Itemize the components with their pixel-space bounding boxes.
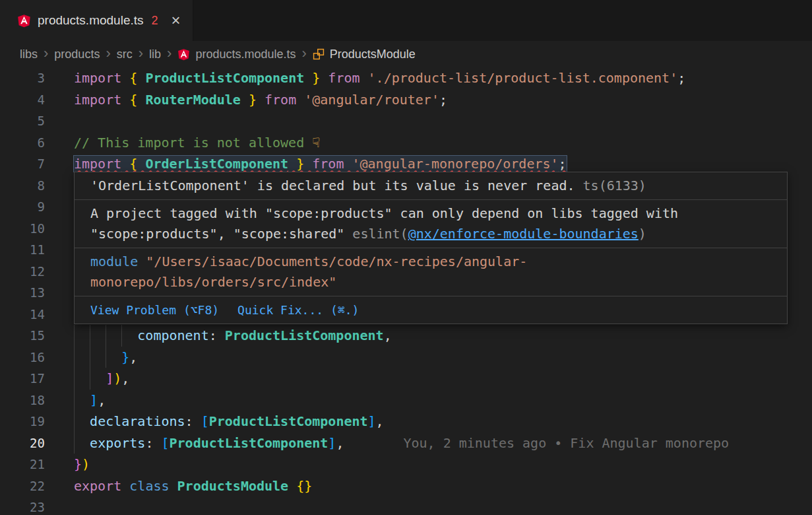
- code-line[interactable]: 20 exports: [ProductListComponent],You, …: [0, 432, 812, 454]
- code-token: from: [265, 92, 296, 108]
- code-line[interactable]: 17 ]),: [0, 368, 812, 390]
- error-squiggle-range[interactable]: import { OrderListComponent } from '@ang…: [74, 156, 567, 172]
- breadcrumb-item-products[interactable]: products: [54, 48, 100, 61]
- code-token: [288, 478, 296, 494]
- code-token: ,: [98, 392, 106, 408]
- indent-guide: [90, 368, 90, 390]
- code-line[interactable]: 16 },: [0, 347, 812, 368]
- code-token: [360, 70, 368, 86]
- line-number[interactable]: 20: [0, 432, 45, 454]
- code-line[interactable]: 15 component: ProductListComponent,: [0, 325, 812, 347]
- indent-guide: [74, 347, 75, 368]
- code-content[interactable]: ],: [45, 390, 812, 411]
- breadcrumb-label: products.module.ts: [195, 48, 296, 61]
- hover-text: ): [639, 226, 646, 242]
- line-number[interactable]: 13: [0, 282, 45, 304]
- code-token: component: [137, 327, 208, 343]
- code-token: ): [82, 456, 90, 472]
- view-problem-action[interactable]: View Problem (⌥F8): [90, 300, 219, 320]
- code-token: }: [296, 156, 304, 172]
- line-number[interactable]: 14: [0, 304, 45, 326]
- indent-guide: [74, 325, 75, 347]
- quick-fix-action[interactable]: Quick Fix... (⌘.): [237, 300, 359, 320]
- code-token: [241, 92, 249, 108]
- line-number[interactable]: 16: [0, 347, 45, 368]
- code-content[interactable]: export class ProductsModule {}: [45, 475, 812, 497]
- code-token: [170, 478, 177, 494]
- line-number[interactable]: 12: [0, 261, 45, 283]
- code-token: ,: [336, 435, 344, 451]
- code-line[interactable]: 4import { RouterModule } from '@angular/…: [0, 89, 812, 111]
- code-line[interactable]: 21}): [0, 454, 812, 475]
- code-line[interactable]: 5: [0, 110, 812, 132]
- code-content[interactable]: [45, 497, 812, 515]
- line-number[interactable]: 18: [0, 390, 45, 411]
- code-token: ]: [368, 413, 376, 429]
- code-token: {: [129, 156, 137, 172]
- code-token: [137, 70, 145, 86]
- indent-guide: [90, 325, 90, 347]
- angular-icon: [17, 14, 31, 28]
- code-content[interactable]: component: ProductListComponent,: [45, 325, 812, 347]
- code-token: ;: [439, 92, 447, 108]
- code-token: ,: [376, 413, 384, 429]
- breadcrumb-item-src[interactable]: src: [117, 48, 133, 61]
- code-token: :: [209, 327, 225, 343]
- code-token: [74, 413, 90, 429]
- line-number[interactable]: 9: [0, 196, 45, 218]
- code-content[interactable]: // This import is not allowed ☟: [45, 132, 812, 154]
- breadcrumb-item-file-products-module[interactable]: products.module.ts: [177, 48, 296, 61]
- line-number[interactable]: 7: [0, 153, 45, 175]
- line-number[interactable]: 15: [0, 325, 45, 347]
- code-token: ProductListComponent: [209, 413, 368, 429]
- line-number[interactable]: 10: [0, 218, 45, 240]
- line-number[interactable]: 3: [0, 67, 45, 89]
- close-icon[interactable]: ×: [172, 13, 181, 28]
- line-number[interactable]: 19: [0, 411, 45, 432]
- breadcrumb-label: products: [54, 48, 100, 61]
- eslint-rule-link[interactable]: @nx/enforce-module-boundaries: [408, 226, 639, 242]
- code-line[interactable]: 19 declarations: [ProductListComponent],: [0, 411, 812, 432]
- breadcrumb-item-symbol-products-module[interactable]: ProductsModule: [313, 48, 416, 61]
- code-content[interactable]: }): [45, 454, 812, 475]
- code-line[interactable]: 18 ],: [0, 390, 812, 411]
- line-number[interactable]: 23: [0, 497, 45, 515]
- tab-products-module[interactable]: products.module.ts 2 ×: [0, 0, 193, 41]
- code-line[interactable]: 23: [0, 497, 812, 515]
- code-content[interactable]: declarations: [ProductListComponent],: [45, 411, 812, 432]
- code-token: [121, 156, 129, 172]
- code-line[interactable]: 22export class ProductsModule {}: [0, 475, 812, 497]
- line-number[interactable]: 8: [0, 175, 45, 197]
- code-token: import: [74, 92, 121, 108]
- line-number[interactable]: 17: [0, 368, 45, 390]
- line-number[interactable]: 4: [0, 89, 45, 111]
- breadcrumb-item-lib[interactable]: lib: [149, 48, 161, 61]
- code-content[interactable]: [45, 110, 812, 132]
- line-number[interactable]: 5: [0, 110, 45, 132]
- code-token: [320, 70, 328, 86]
- code-token: ]: [328, 435, 336, 451]
- hover-text: [138, 254, 146, 269]
- code-content[interactable]: import { RouterModule } from '@angular/r…: [45, 89, 812, 111]
- breadcrumb-item-libs[interactable]: libs: [20, 48, 38, 61]
- breadcrumb: libs›products›src›lib›products.module.ts…: [0, 41, 812, 67]
- hover-sections: 'OrderListComponent' is declared but its…: [75, 172, 787, 296]
- code-token: [344, 156, 352, 172]
- code-token: './product-list/product-list.component': [368, 70, 678, 86]
- indent-guide: [74, 411, 75, 432]
- code-content[interactable]: ]),: [45, 368, 812, 390]
- code-line[interactable]: 3import { ProductListComponent } from '.…: [0, 67, 812, 89]
- indent-guide: [106, 325, 106, 347]
- code-token: ProductListComponent: [170, 435, 328, 451]
- line-number[interactable]: 6: [0, 132, 45, 154]
- code-token: }: [312, 70, 320, 86]
- code-content[interactable]: exports: [ProductListComponent],You, 2 m…: [45, 432, 812, 454]
- code-line[interactable]: 6// This import is not allowed ☟: [0, 132, 812, 154]
- code-content[interactable]: },: [45, 347, 812, 368]
- line-number[interactable]: 11: [0, 239, 45, 261]
- code-content[interactable]: import { ProductListComponent } from './…: [45, 67, 812, 89]
- line-number[interactable]: 21: [0, 454, 45, 475]
- code-token: ☟: [312, 135, 320, 151]
- line-number[interactable]: 22: [0, 475, 45, 497]
- code-token: [: [201, 413, 209, 429]
